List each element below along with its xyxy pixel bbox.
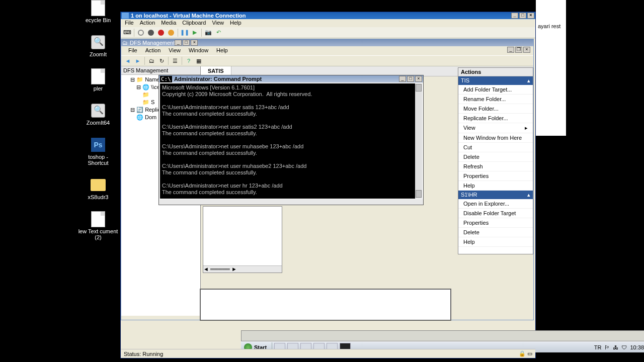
tile-button[interactable]: ▦: [194, 56, 203, 65]
dfs-menu-help[interactable]: Help: [212, 46, 232, 55]
shutdown-button[interactable]: [156, 28, 166, 37]
forward-button[interactable]: ►: [133, 56, 142, 65]
refresh-button[interactable]: ↻: [157, 56, 166, 65]
dfs-minimize-button[interactable]: _: [175, 40, 182, 46]
vm-menubar: File Action Media Clipboard View Help: [121, 19, 535, 27]
background-window: [200, 289, 451, 321]
dfs-titlebar[interactable]: 🗂 DFS Management _ □ ×: [121, 39, 533, 46]
desktop-icon-newtext[interactable]: lew Text cument (2): [78, 211, 118, 240]
close-button[interactable]: ×: [527, 13, 534, 19]
vm-status-bar: Status: Running 🔒 ▭: [121, 349, 535, 358]
collapse-icon: ▴: [527, 77, 530, 84]
up-button[interactable]: 🗂: [147, 56, 156, 65]
cmd-scroll-down[interactable]: ▾: [416, 190, 422, 198]
action-properties2[interactable]: Properties: [458, 218, 533, 228]
action-help2[interactable]: Help: [458, 237, 533, 247]
action-add-folder-target[interactable]: Add Folder Target...: [458, 85, 533, 95]
actions-group-s1hr[interactable]: S1\HR▴: [458, 191, 533, 199]
desktop-icon-pler[interactable]: pler: [78, 68, 118, 92]
inner-list-pane[interactable]: ◄ ═════ ►: [203, 206, 282, 273]
status-lock-icon: 🔒 ▭: [519, 350, 532, 357]
tree-header: DFS Management: [121, 66, 200, 75]
back-button[interactable]: ◄: [123, 56, 132, 65]
action-delete[interactable]: Delete: [458, 152, 533, 162]
action-open-explorer[interactable]: Open in Explorer...: [458, 199, 533, 209]
snapshot-button[interactable]: 📷: [204, 28, 213, 37]
collapse-icon: ▴: [527, 192, 530, 198]
action-help[interactable]: Help: [458, 181, 533, 191]
dfs-toolbar: ◄ ► 🗂 ↻ ☰ ? ▦: [121, 55, 533, 66]
revert-button[interactable]: ↶: [214, 28, 223, 37]
menu-clipboard[interactable]: Clipboard: [179, 19, 209, 27]
tray-time[interactable]: 10:38: [630, 344, 644, 350]
tray-flag-icon[interactable]: 🏳: [604, 344, 610, 350]
cmd-scrollbar[interactable]: ▴▾: [415, 83, 422, 199]
system-tray: TR 🏳 🖧 🛡 10:38 ▭: [594, 344, 644, 350]
save-button[interactable]: [167, 28, 176, 37]
action-move-folder[interactable]: Move Folder...: [458, 104, 533, 114]
cmd-maximize-button[interactable]: □: [407, 76, 414, 82]
dfs-doc-close[interactable]: ×: [523, 47, 530, 53]
turnoff-button[interactable]: [146, 28, 155, 37]
horizontal-scrollbar[interactable]: ◄ ═════ ►: [203, 265, 282, 273]
actions-header: Actions: [458, 68, 533, 76]
dfs-doc-minimize[interactable]: _: [507, 47, 514, 53]
cmd-close-button[interactable]: ×: [415, 76, 422, 82]
minimize-button[interactable]: _: [511, 13, 518, 19]
menu-media[interactable]: Media: [158, 19, 179, 27]
desktop-icon-zoomit[interactable]: ZoomIt: [78, 34, 118, 57]
help-button[interactable]: ?: [184, 56, 193, 65]
desktop-icons: ecycle Bin ZoomIt pler ZoomIt64 Pstoshop…: [78, 0, 118, 251]
dfs-close-button[interactable]: ×: [191, 40, 198, 46]
action-disable-target[interactable]: Disable Folder Target: [458, 209, 533, 218]
desktop-icon-photoshop[interactable]: Pstoshop - Shortcut: [78, 137, 118, 166]
cmd-minimize-button[interactable]: _: [399, 76, 406, 82]
cmd-output[interactable]: Microsoft Windows [Version 6.1.7601] Cop…: [159, 83, 423, 199]
cmd-title: Administrator: Command Prompt: [174, 76, 262, 82]
menu-action[interactable]: Action: [137, 19, 158, 27]
action-cut[interactable]: Cut: [458, 143, 533, 152]
dfs-maximize-button[interactable]: □: [183, 40, 190, 46]
cmd-scroll-up[interactable]: ▴: [416, 84, 422, 92]
actions-group-satis[interactable]: TIS▴: [458, 76, 533, 85]
properties-button[interactable]: ☰: [171, 56, 180, 65]
dfs-menu-view[interactable]: View: [165, 46, 185, 55]
menu-help[interactable]: Help: [227, 19, 245, 27]
action-new-window[interactable]: New Window from Here: [458, 133, 533, 143]
reset-button[interactable]: ▶: [190, 28, 199, 37]
lang-indicator[interactable]: TR: [594, 344, 602, 350]
dfs-menu-window[interactable]: Window: [185, 46, 212, 55]
actions-panel: Actions TIS▴ Add Folder Target... Rename…: [458, 67, 533, 254]
command-prompt-window: C:\ Administrator: Command Prompt _ □ × …: [158, 75, 424, 205]
dfs-menubar: File Action View Window Help _ ❐ ×: [121, 46, 533, 55]
submenu-arrow-icon: ▸: [525, 125, 528, 131]
background-notepad: ayari rest: [536, 0, 566, 136]
menu-file[interactable]: File: [122, 19, 137, 27]
ctrl-alt-del-button[interactable]: ⌨: [123, 28, 132, 37]
dfs-menu-file[interactable]: File: [124, 46, 141, 55]
action-refresh[interactable]: Refresh: [458, 162, 533, 171]
dfs-menu-action[interactable]: Action: [141, 46, 165, 55]
vm-toolbar: ⌨ ❚❚ ▶ 📷 ↶: [121, 27, 535, 38]
maximize-button[interactable]: □: [519, 13, 526, 19]
vm-icon: [122, 13, 129, 19]
pause-button[interactable]: ❚❚: [180, 28, 189, 37]
action-replicate-folder[interactable]: Replicate Folder...: [458, 114, 533, 123]
desktop-icon-recycle[interactable]: ecycle Bin: [78, 0, 118, 23]
action-delete2[interactable]: Delete: [458, 228, 533, 237]
tray-shield-icon[interactable]: 🛡: [621, 344, 627, 350]
desktop-icon-folder[interactable]: xS8udr3: [78, 177, 118, 200]
action-view[interactable]: View▸: [458, 123, 533, 133]
vm-title: 1 on localhost - Virtual Machine Connect…: [131, 13, 246, 19]
vm-titlebar[interactable]: 1 on localhost - Virtual Machine Connect…: [121, 12, 535, 19]
cmd-titlebar[interactable]: C:\ Administrator: Command Prompt _ □ ×: [159, 75, 423, 82]
action-rename-folder[interactable]: Rename Folder...: [458, 95, 533, 104]
desktop-icon-zoomit64[interactable]: ZoomIt64: [78, 103, 118, 126]
dfs-title: DFS Management: [130, 40, 175, 46]
action-properties[interactable]: Properties: [458, 171, 533, 181]
start-button[interactable]: [136, 28, 145, 37]
dfs-doc-restore[interactable]: ❐: [515, 47, 522, 53]
tray-network-icon[interactable]: 🖧: [613, 344, 618, 350]
menu-view[interactable]: View: [209, 19, 227, 27]
